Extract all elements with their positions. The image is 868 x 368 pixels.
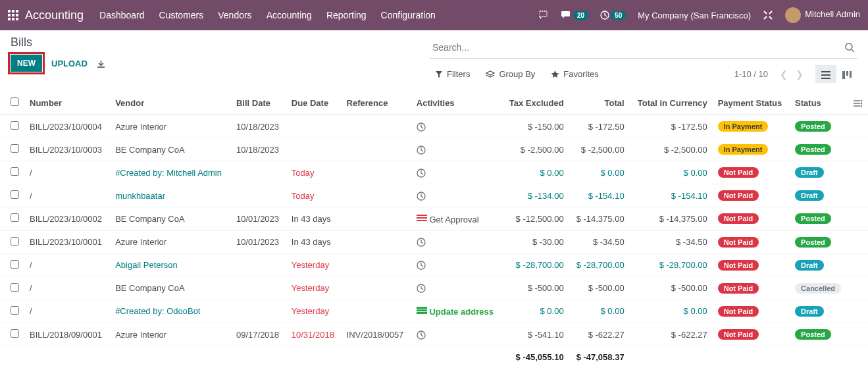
nav-customers[interactable]: Customers: [159, 10, 204, 20]
row-checkbox[interactable]: [11, 167, 19, 176]
col-status[interactable]: Status: [790, 91, 848, 115]
company-selector[interactable]: My Company (San Francisco): [638, 11, 751, 20]
nav-menu: DashboardCustomersVendorsAccountingRepor…: [99, 10, 436, 20]
cell-due-date: In 43 days: [286, 207, 342, 231]
nav-accounting[interactable]: Accounting: [267, 10, 312, 20]
user-menu[interactable]: Mitchell Admin: [785, 7, 860, 23]
new-button[interactable]: NEW: [11, 55, 42, 72]
cell-total: $ 0.00: [569, 300, 630, 323]
pager-area: 1-10 / 10 ❮ ❯: [734, 65, 857, 83]
table-row[interactable]: /BE Company CoAYesterday$ -500.00$ -500.…: [0, 276, 868, 300]
col-payment-status[interactable]: Payment Status: [713, 91, 790, 115]
cell-payment-status: Not Paid: [713, 184, 790, 207]
cell-number: /: [24, 253, 110, 276]
select-all-checkbox[interactable]: [11, 97, 19, 106]
table-row[interactable]: /#Created by: OdooBotYesterday Update ad…: [0, 300, 868, 323]
cell-bill-date: [231, 253, 286, 276]
col-total[interactable]: Total: [569, 91, 630, 115]
cell-bill-date: [231, 184, 286, 207]
nav-vendors[interactable]: Vendors: [218, 10, 251, 20]
favorites-button[interactable]: Favorites: [551, 69, 598, 79]
debug-icon[interactable]: [763, 10, 773, 21]
col-activities[interactable]: Activities: [411, 91, 502, 115]
col-options-icon[interactable]: [848, 91, 868, 115]
cell-tax-excluded: $ 0.00: [501, 161, 569, 184]
cell-payment-status: Not Paid: [713, 276, 790, 300]
clock-icon[interactable]: [417, 167, 426, 177]
col-tax-excluded[interactable]: Tax Excluded: [501, 91, 569, 115]
col-due-date[interactable]: Due Date: [286, 91, 342, 115]
cell-due-date: Today: [286, 161, 342, 184]
row-checkbox[interactable]: [11, 213, 19, 222]
messages-icon[interactable]: 20: [561, 11, 588, 20]
cell-due-date: [286, 138, 342, 161]
group-by-button[interactable]: Group By: [486, 69, 535, 79]
col-reference[interactable]: Reference: [342, 91, 411, 115]
cell-status: Cancelled: [790, 276, 848, 300]
cell-vendor: Abigail Peterson: [110, 253, 231, 276]
col-vendor[interactable]: Vendor: [110, 91, 231, 115]
bills-table: Number Vendor Bill Date Due Date Referen…: [0, 91, 868, 368]
table-row[interactable]: BILL/2023/10/0004Azure Interior10/18/202…: [0, 115, 868, 138]
search-input[interactable]: [430, 39, 842, 55]
pager-next-icon[interactable]: ❯: [793, 66, 806, 82]
apps-icon[interactable]: [8, 10, 18, 20]
row-checkbox[interactable]: [11, 121, 19, 130]
nav-configuration[interactable]: Configuration: [381, 10, 436, 20]
activity-indicator[interactable]: Get Approval: [417, 215, 479, 224]
avatar-icon: [785, 7, 801, 23]
topbar: Accounting DashboardCustomersVendorsAcco…: [0, 0, 868, 30]
row-checkbox[interactable]: [11, 144, 19, 153]
cell-vendor: BE Company CoA: [110, 207, 231, 231]
table-row[interactable]: BILL/2023/10/0002BE Company CoA10/01/202…: [0, 207, 868, 231]
filters-button[interactable]: Filters: [435, 69, 470, 79]
pager-prev-icon[interactable]: ❮: [777, 66, 790, 82]
clock-icon[interactable]: [417, 144, 426, 154]
clock-icon[interactable]: [417, 237, 426, 247]
app-brand[interactable]: Accounting: [25, 9, 84, 22]
row-checkbox[interactable]: [11, 283, 19, 292]
clock-icon[interactable]: [417, 283, 426, 293]
activity-indicator[interactable]: Update address: [417, 307, 494, 317]
cell-total: $ -34.50: [569, 230, 630, 253]
table-row[interactable]: BILL/2023/10/0003BE Company CoA10/18/202…: [0, 138, 868, 161]
cell-number: BILL/2023/10/0002: [24, 207, 110, 231]
row-checkbox[interactable]: [11, 237, 19, 246]
nav-dashboard[interactable]: Dashboard: [99, 10, 145, 20]
activities-icon[interactable]: 50: [600, 11, 626, 20]
upload-button[interactable]: UPLOAD: [51, 59, 88, 68]
row-checkbox[interactable]: [11, 329, 19, 338]
row-checkbox[interactable]: [11, 260, 19, 269]
cell-status: Posted: [790, 207, 848, 231]
list-view-icon[interactable]: [815, 65, 836, 83]
clock-icon[interactable]: [417, 121, 426, 131]
row-checkbox[interactable]: [11, 190, 19, 199]
clock-icon[interactable]: [417, 190, 426, 200]
kanban-view-icon[interactable]: [836, 65, 857, 83]
clock-icon[interactable]: [417, 260, 426, 270]
chat-indicator-icon[interactable]: [539, 11, 549, 20]
payment-status-badge: Not Paid: [718, 237, 759, 248]
clock-icon[interactable]: [417, 329, 426, 339]
star-icon: [551, 70, 559, 78]
search-icon[interactable]: [842, 42, 857, 53]
pager-text[interactable]: 1-10 / 10: [734, 69, 768, 79]
cell-tax-excluded: $ -150.00: [501, 115, 569, 138]
cell-status: Posted: [790, 138, 848, 161]
download-icon[interactable]: [97, 58, 105, 68]
col-total-currency[interactable]: Total in Currency: [630, 91, 713, 115]
col-bill-date[interactable]: Bill Date: [231, 91, 286, 115]
table-row[interactable]: /#Created by: Mitchell AdminToday$ 0.00$…: [0, 161, 868, 184]
nav-reporting[interactable]: Reporting: [326, 10, 367, 20]
cell-reference: [342, 253, 411, 276]
svg-rect-4: [850, 71, 852, 78]
cell-payment-status: Not Paid: [713, 230, 790, 253]
row-checkbox[interactable]: [11, 306, 19, 315]
table-row[interactable]: BILL/2018/09/0001Azure Interior09/17/201…: [0, 323, 868, 346]
col-number[interactable]: Number: [24, 91, 110, 115]
table-row[interactable]: BILL/2023/10/0001Azure Interior10/01/202…: [0, 230, 868, 253]
cell-total: $ -622.27: [569, 323, 630, 346]
table-row[interactable]: /munkhbaatarToday$ -134.00$ -154.10$ -15…: [0, 184, 868, 207]
table-row[interactable]: /Abigail PetersonYesterday$ -28,700.00$ …: [0, 253, 868, 276]
cell-vendor: #Created by: OdooBot: [110, 300, 231, 323]
